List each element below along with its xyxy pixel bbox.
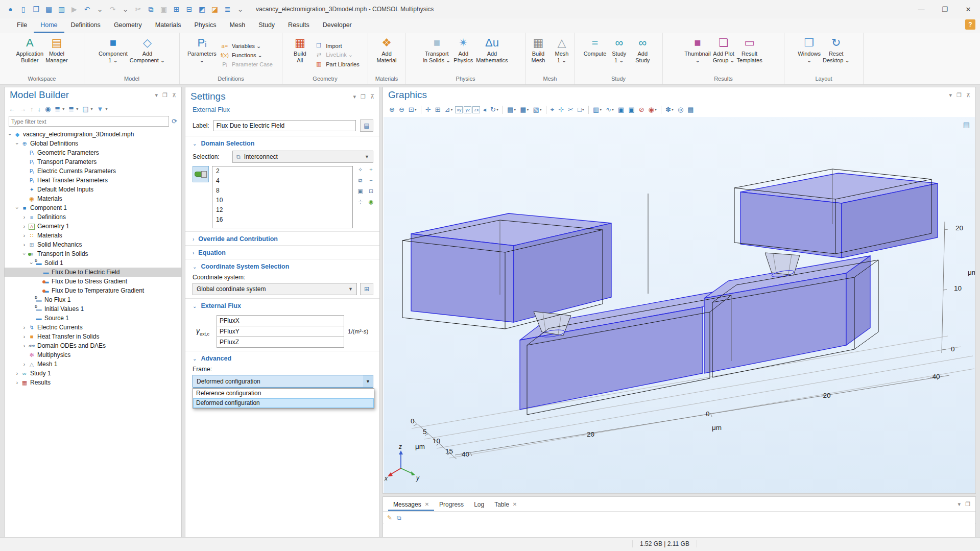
close-tab-icon[interactable]: ✕ xyxy=(513,501,517,507)
domain-item-12[interactable]: 12 xyxy=(212,205,352,215)
undo-menu-icon[interactable]: ⌄ xyxy=(93,5,106,14)
transport-in-solids-button[interactable]: ■Transportin Solids ⌄ xyxy=(422,34,451,76)
tree-node-flux-due-to-stress-gradient[interactable]: ▬Flux Due to Stress Gradient xyxy=(5,277,181,286)
application-builder-button[interactable]: AApplicationBuilder xyxy=(15,34,44,76)
parameters-button[interactable]: PᵢParameters ⌄ xyxy=(186,34,218,76)
frame-option-reference-configuration[interactable]: Reference configuration xyxy=(193,389,374,398)
variables-button[interactable]: a=Variables ⌄ xyxy=(220,43,273,50)
tree-node-results[interactable]: ›▦Results xyxy=(5,378,181,387)
create-coordinate-system-icon[interactable]: ⊞ xyxy=(360,283,373,295)
print-icon[interactable]: ▤ xyxy=(685,106,696,113)
redo-icon[interactable]: ↷ xyxy=(106,5,119,14)
tab-mesh[interactable]: Mesh xyxy=(223,18,252,33)
collapse-all-menu-icon[interactable]: ▾ xyxy=(76,107,78,111)
expand-icon[interactable]: › xyxy=(21,343,28,349)
add-selection-icon[interactable]: ⊹ xyxy=(556,106,566,113)
expand-all-menu-icon[interactable]: ▾ xyxy=(62,107,64,111)
expand-icon[interactable]: › xyxy=(21,214,28,220)
forward-icon[interactable]: → xyxy=(19,105,26,113)
restore-button[interactable]: ❐ xyxy=(933,0,957,18)
tab-study[interactable]: Study xyxy=(252,18,281,33)
tree-node-transport-parameters[interactable]: PᵢTransport Parameters xyxy=(5,157,181,166)
move-down-icon[interactable]: ↓ xyxy=(38,105,41,113)
section-override[interactable]: › Override and Contribution xyxy=(185,232,379,245)
domain-item-8[interactable]: 8 xyxy=(212,186,352,196)
rotate-view-icon[interactable]: ↻▾ xyxy=(488,106,500,113)
expand-icon[interactable]: › xyxy=(21,224,28,229)
tab-messages[interactable]: Messages✕ xyxy=(388,498,434,511)
tab-results[interactable]: Results xyxy=(281,18,316,33)
previous-view-icon[interactable]: ◂ xyxy=(481,106,488,113)
expand-all-icon[interactable]: ≣ xyxy=(55,105,60,113)
cut-icon[interactable]: ✂ xyxy=(132,5,145,14)
comsol-logo-icon[interactable]: ● xyxy=(4,5,17,14)
split-horizontal-icon[interactable]: ▣ xyxy=(616,106,626,113)
panel-float-icon[interactable]: ❐ xyxy=(965,501,970,508)
collapse-icon[interactable]: › xyxy=(7,131,13,138)
import-button[interactable]: ❒Import xyxy=(314,42,359,49)
panel-pin-icon[interactable]: ⊼ xyxy=(966,92,970,99)
coordinate-system-dropdown[interactable]: Global coordinate system ▼ xyxy=(193,283,357,295)
close-tab-icon[interactable]: ✕ xyxy=(425,501,429,507)
external-flux-z-input[interactable] xyxy=(217,337,344,348)
tab-geometry[interactable]: Geometry xyxy=(107,18,149,33)
node-label-display-icon[interactable]: ▤ xyxy=(82,105,88,113)
section-domain-selection[interactable]: ⌄ Domain Selection xyxy=(185,136,379,150)
tab-file[interactable]: File xyxy=(10,18,34,33)
external-flux-x-input[interactable] xyxy=(217,315,344,326)
panel-menu-icon[interactable]: ▾ xyxy=(353,93,356,100)
functions-button[interactable]: f(x)Functions ⌄ xyxy=(220,52,273,59)
environment-icon[interactable]: ▧▾ xyxy=(531,106,544,113)
view-yz-icon[interactable]: yz xyxy=(464,106,471,113)
tree-node-flux-due-to-electric-field[interactable]: ▬Flux Due to Electric Field xyxy=(5,268,181,277)
collapse-icon[interactable]: › xyxy=(14,205,20,211)
thumbnail-button[interactable]: ■Thumbnail ⌄ xyxy=(683,34,711,76)
viewport-badge-icon[interactable]: ▤ xyxy=(963,121,970,129)
domain-item-2[interactable]: 2 xyxy=(212,166,352,176)
tree-node-solid-mechanics[interactable]: ›⊞Solid Mechanics xyxy=(5,240,181,249)
transparency-icon[interactable]: ∿▾ xyxy=(604,106,616,113)
collapse-icon[interactable]: › xyxy=(21,251,27,257)
panel-pin-icon[interactable]: ⊼ xyxy=(370,93,374,100)
add-component-button[interactable]: ◇AddComponent ⌄ xyxy=(129,34,166,76)
zoom-out-icon[interactable]: ⊖ xyxy=(397,106,407,113)
filter-menu-icon[interactable]: ▾ xyxy=(105,107,107,111)
split-vertical-icon[interactable]: ▣ xyxy=(626,106,636,113)
collapse-icon[interactable]: › xyxy=(29,260,34,267)
tree-node-heat-transfer-parameters[interactable]: PᵢHeat Transfer Parameters xyxy=(5,176,181,185)
zoom-to-selection-icon[interactable]: ⊹ xyxy=(356,199,365,206)
tree-node-component-1[interactable]: ›■Component 1 xyxy=(5,203,181,212)
image-snapshot-icon[interactable]: ◎ xyxy=(676,106,685,113)
mesh-1-button[interactable]: △Mesh1 ⌄ xyxy=(550,34,573,76)
tree-node-no-flux-1[interactable]: ▬DNo Flux 1 xyxy=(5,295,181,304)
tree-node-initial-values-1[interactable]: ▬DInitial Values 1 xyxy=(5,304,181,314)
clip-region-icon[interactable]: ✂ xyxy=(566,106,576,113)
material-rendering-icon[interactable]: ▦▾ xyxy=(518,106,531,113)
zoom-extents-icon[interactable]: ⊞ xyxy=(433,106,443,113)
tree-node-geometric-parameters[interactable]: PᵢGeometric Parameters xyxy=(5,148,181,157)
panel-menu-icon[interactable]: ▾ xyxy=(155,92,158,99)
windows-button[interactable]: ❒Windows ⌄ xyxy=(797,34,822,76)
expand-icon[interactable]: › xyxy=(21,242,28,248)
reset-desktop-button[interactable]: ↻ResetDesktop ⌄ xyxy=(822,34,851,76)
redo-menu-icon[interactable]: ⌄ xyxy=(119,5,132,14)
expand-icon[interactable]: › xyxy=(21,362,28,367)
study-1-button[interactable]: ∞Study1 ⌄ xyxy=(607,34,631,76)
panel-menu-icon[interactable]: ▾ xyxy=(958,501,961,508)
model-manager-button[interactable]: ▤ModelManager xyxy=(44,34,68,76)
delete-icon[interactable]: ⊟ xyxy=(183,5,196,14)
show-icon[interactable]: ◉ xyxy=(45,105,51,113)
component-1-button[interactable]: ■Component1 ⌄ xyxy=(98,34,129,76)
customize-quick-access-icon[interactable]: ⌄ xyxy=(234,5,247,14)
tree-node-materials[interactable]: ◉Materials xyxy=(5,194,181,203)
section-coordinate-system[interactable]: ⌄ Coordinate System Selection xyxy=(185,259,379,273)
section-external-flux[interactable]: ⌄ External Flux xyxy=(185,299,379,312)
panel-pin-icon[interactable]: ⊼ xyxy=(172,92,176,99)
expand-icon[interactable]: › xyxy=(21,325,28,330)
label-input[interactable] xyxy=(213,120,356,131)
tree-node-heat-transfer-in-solids[interactable]: ›■Heat Transfer in Solids xyxy=(5,332,181,341)
filter-icon[interactable]: ▼ xyxy=(97,105,104,113)
part-libraries-button[interactable]: ▥Part Libraries xyxy=(314,61,359,67)
highlight-selection-icon[interactable]: ◉ xyxy=(367,199,375,206)
tree-node-electric-currents-parameters[interactable]: PᵢElectric Currents Parameters xyxy=(5,166,181,176)
